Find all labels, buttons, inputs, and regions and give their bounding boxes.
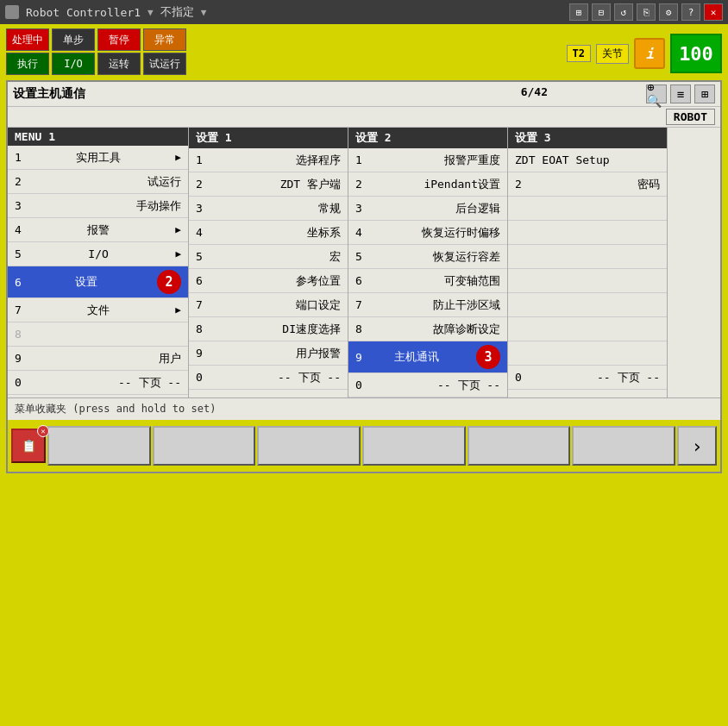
menu3-item-3[interactable]: 3 后台逻辑 xyxy=(348,197,507,221)
io-btn[interactable]: I/O xyxy=(52,53,95,75)
menu2-item-1[interactable]: 1 选择程序 xyxy=(189,148,348,172)
status-group-4: 异常 试运行 xyxy=(143,28,186,78)
menu4-item-6 xyxy=(508,269,667,293)
unspecified-dropdown-arrow[interactable]: ▼ xyxy=(201,7,207,18)
func-btn-4[interactable] xyxy=(362,426,466,466)
menu1-item-6[interactable]: 6 设置 2 xyxy=(8,266,188,298)
menu1-item-2[interactable]: 2 试运行 xyxy=(8,170,188,194)
close-badge: 关节 xyxy=(596,44,629,64)
pause-btn[interactable]: 暂停 xyxy=(97,28,141,51)
robot-name: Robot Controller1 xyxy=(26,6,141,19)
menu4-item-5 xyxy=(508,245,667,269)
status-footer: 菜单收藏夹 (press and hold to set) xyxy=(8,397,720,420)
func-bar: 📋 ✕ › xyxy=(8,420,720,472)
menu-col-4: 设置 3 ZDT EOAT Setup 2 密码 0 -- 下页 -- xyxy=(508,128,668,397)
menu1-item-0[interactable]: 0 -- 下页 -- xyxy=(8,371,188,395)
menu3-item-8[interactable]: 8 故障诊断设定 xyxy=(348,317,507,341)
menu2-item-5[interactable]: 5 宏 xyxy=(189,245,348,269)
controller-area: 处理中 执行 单步 I/O 暂停 运转 异常 试运行 T2 关节 i 100 设… xyxy=(0,24,728,726)
menu-col-1: MENU 1 1 实用工具 ▶ 2 试运行 3 手动操作 4 报警 xyxy=(8,128,189,397)
menu4-item-2[interactable]: 2 密码 xyxy=(508,172,667,197)
page-indicator: 6/42 xyxy=(521,85,548,98)
menu4-item-7 xyxy=(508,293,667,317)
settings-btn[interactable]: ⚙ xyxy=(659,3,678,21)
abnormal-btn[interactable]: 异常 xyxy=(143,28,186,51)
menu1-item-1-num: 1 xyxy=(15,151,22,164)
badge-3: 3 xyxy=(476,345,500,369)
func-icon-1[interactable]: 📋 ✕ xyxy=(11,429,46,463)
func-btn-2[interactable] xyxy=(153,426,256,466)
title-bar: Robot Controller1 ▼ 不指定 ▼ ⊞ ⊟ ↺ ⎘ ⚙ ? ✕ xyxy=(0,0,728,24)
inner-screen: 设置主机通信 6/42 ⊕🔍 ≡ ⊞ ROBOT MENU 1 1 实用工具 ▶ xyxy=(6,80,722,473)
menu3-item-4[interactable]: 4 恢复运行时偏移 xyxy=(348,221,507,245)
menu1-item-1-arrow: ▶ xyxy=(175,152,181,163)
menu4-item-3 xyxy=(508,197,667,221)
func-icon-1-symbol: 📋 xyxy=(22,439,36,453)
menu1-item-1-label: 实用工具 xyxy=(76,150,121,166)
menu1-item-3[interactable]: 3 手动操作 xyxy=(8,194,188,218)
alert-i-label: i xyxy=(645,46,654,62)
title-bar-right: ⊞ ⊟ ↺ ⎘ ⚙ ? ✕ xyxy=(569,3,723,21)
footer-text: 菜单收藏夹 (press and hold to set) xyxy=(15,403,216,415)
menu2-item-4[interactable]: 4 坐标系 xyxy=(189,221,348,245)
menu4-item-4 xyxy=(508,221,667,245)
func-btn-5[interactable] xyxy=(468,426,571,466)
status-group-2: 单步 I/O xyxy=(52,28,95,78)
refresh-btn[interactable]: ↺ xyxy=(614,3,633,21)
func-btn-6[interactable] xyxy=(572,426,675,466)
grid-btn[interactable]: ⊞ xyxy=(569,3,588,21)
split-icon-btn[interactable]: ⊞ xyxy=(694,84,715,103)
menu-col-3: 设置 2 1 报警严重度 2 iPendant设置 3 后台逻辑 4 恢复运行时… xyxy=(348,128,508,397)
menu1-item-5[interactable]: 5 I/O ▶ xyxy=(8,242,188,266)
menu4-item-1[interactable]: ZDT EOAT Setup xyxy=(508,148,667,172)
close-btn[interactable]: ✕ xyxy=(704,3,723,21)
menu3-item-9[interactable]: 9 主机通讯 3 xyxy=(348,341,507,373)
processing-btn[interactable]: 处理中 xyxy=(6,28,49,51)
screen-header-row: 设置主机通信 6/42 ⊕🔍 ≡ ⊞ xyxy=(8,82,720,107)
running-btn[interactable]: 运转 xyxy=(97,53,141,75)
menu2-item-7[interactable]: 7 端口设定 xyxy=(189,293,348,317)
t2-badge: T2 xyxy=(567,45,591,62)
execute-btn[interactable]: 执行 xyxy=(6,53,49,75)
arrow-right-btn[interactable]: › xyxy=(677,426,717,466)
screen-top-right: 6/42 ⊕🔍 ≡ ⊞ xyxy=(646,84,715,103)
menu4-item-9 xyxy=(508,341,667,366)
test-run-btn[interactable]: 试运行 xyxy=(143,53,186,75)
status-group-left: 处理中 执行 xyxy=(6,28,49,78)
menu2-item-6[interactable]: 6 参考位置 xyxy=(189,269,348,293)
menu2-item-8[interactable]: 8 DI速度选择 xyxy=(189,317,348,341)
menu3-header: 设置 2 xyxy=(348,128,507,148)
menu2-item-2[interactable]: 2 ZDT 客户端 xyxy=(189,172,348,197)
menu4-item-8 xyxy=(508,317,667,341)
menu3-item-6[interactable]: 6 可变轴范围 xyxy=(348,269,507,293)
menu2-item-3[interactable]: 3 常规 xyxy=(189,197,348,221)
menu2-item-0[interactable]: 0 -- 下页 -- xyxy=(189,366,348,390)
copy-btn[interactable]: ⎘ xyxy=(637,3,656,21)
score-box: 100 xyxy=(670,34,722,73)
menu3-item-2[interactable]: 2 iPendant设置 xyxy=(348,172,507,197)
robot-label: ROBOT xyxy=(666,109,715,125)
func-btn-3[interactable] xyxy=(257,426,361,466)
single-step-btn[interactable]: 单步 xyxy=(52,28,95,51)
screen-title: 设置主机通信 xyxy=(13,86,85,102)
menu1-item-7[interactable]: 7 文件 ▶ xyxy=(8,298,188,322)
help-btn[interactable]: ? xyxy=(681,3,700,21)
menu3-item-7[interactable]: 7 防止干涉区域 xyxy=(348,293,507,317)
table-btn[interactable]: ⊟ xyxy=(592,3,611,21)
func-btn-1[interactable] xyxy=(47,426,151,466)
status-bar: 处理中 执行 单步 I/O 暂停 运转 异常 试运行 T2 关节 i 100 xyxy=(3,27,725,80)
menu1-item-1[interactable]: 1 实用工具 ▶ xyxy=(8,146,188,170)
menu3-item-5[interactable]: 5 恢复运行容差 xyxy=(348,245,507,269)
menu-col-2: 设置 1 1 选择程序 2 ZDT 客户端 3 常规 4 坐标系 xyxy=(189,128,348,397)
robot-dropdown-arrow[interactable]: ▼ xyxy=(147,7,154,18)
menu4-item-0[interactable]: 0 -- 下页 -- xyxy=(508,366,667,390)
zoom-btn[interactable]: ⊕🔍 xyxy=(646,84,667,103)
menu3-item-0[interactable]: 0 -- 下页 -- xyxy=(348,373,507,397)
robot-label-row: ROBOT xyxy=(8,107,720,128)
menu-icon-btn[interactable]: ≡ xyxy=(670,84,691,103)
menu3-item-1[interactable]: 1 报警严重度 xyxy=(348,148,507,172)
menu1-item-8: 8 xyxy=(8,322,188,347)
menu1-item-9[interactable]: 9 用户 xyxy=(8,347,188,371)
menu1-item-4[interactable]: 4 报警 ▶ xyxy=(8,218,188,242)
menu2-item-9[interactable]: 9 用户报警 xyxy=(189,341,348,366)
